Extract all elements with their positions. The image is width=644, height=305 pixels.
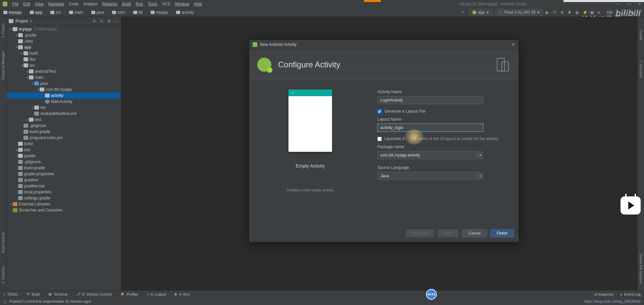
package-name-input[interactable] xyxy=(377,151,483,159)
chevron-down-icon[interactable]: ▾ xyxy=(477,172,483,180)
tree-row[interactable]: libs xyxy=(7,56,121,62)
layout-name-input[interactable] xyxy=(377,124,483,132)
tree-row[interactable]: build.gradle xyxy=(7,129,121,135)
expand-arrow-icon[interactable]: ▸ xyxy=(31,106,34,109)
tree-row[interactable]: gradle.properties xyxy=(7,171,121,177)
expand-arrow-icon[interactable]: ▸ xyxy=(15,34,18,37)
expand-arrow-icon[interactable]: ▸ xyxy=(15,154,18,158)
left-tab-build-variants[interactable]: Build Variants xyxy=(1,232,5,253)
project-title[interactable]: Project xyxy=(15,19,28,23)
tree-row[interactable]: .idea xyxy=(7,38,121,44)
event-log-tab[interactable]: ●Event Log xyxy=(620,292,641,296)
terminal-tab[interactable]: ▣Terminal xyxy=(48,292,67,296)
run-tab[interactable]: ▶4: Run xyxy=(175,292,190,296)
tree-row[interactable]: .gitignore xyxy=(7,123,121,129)
layout-inspector-tab[interactable]: ut Inspector xyxy=(594,292,613,296)
tree-row[interactable]: ▾main xyxy=(7,74,121,80)
expand-arrow-icon[interactable]: ▾ xyxy=(9,27,13,31)
menu-view[interactable]: View xyxy=(35,2,44,6)
menu-tools[interactable]: Tools xyxy=(148,2,157,6)
source-language-combo[interactable]: ▾ xyxy=(377,172,483,180)
close-icon[interactable]: ✕ xyxy=(511,42,515,47)
expand-arrow-icon[interactable]: ▸ xyxy=(25,118,29,121)
tree-row[interactable]: settings.gradle xyxy=(7,195,121,201)
right-tab-gradle[interactable]: Gradle xyxy=(639,30,643,40)
right-tab-device-file-explorer[interactable]: Device File Explorer xyxy=(639,254,643,284)
left-tab-resource-manager[interactable]: Resource Manager xyxy=(1,51,5,79)
coverage-icon[interactable]: ◉ xyxy=(575,10,580,15)
crumb[interactable]: main xyxy=(67,10,85,15)
crumb[interactable]: java xyxy=(89,10,106,15)
crumb[interactable]: myapp xyxy=(1,10,24,15)
maximize-icon[interactable]: ▭ xyxy=(627,2,631,6)
run-icon[interactable]: ▶ xyxy=(546,10,550,15)
device-selector[interactable]: ▢ Pixel 3 XL API 29 ▾ xyxy=(495,9,543,16)
expand-arrow-icon[interactable]: ▸ xyxy=(20,52,23,55)
next-button[interactable]: Next xyxy=(437,229,459,237)
tree-row[interactable]: ▸doc xyxy=(7,147,121,153)
minimize-icon[interactable]: ― xyxy=(615,2,620,6)
tree-row[interactable]: activity xyxy=(7,93,121,99)
expand-arrow-icon[interactable]: ▾ xyxy=(25,76,29,79)
profiler-tab[interactable]: ⚡Profiler xyxy=(120,292,138,296)
tree-row[interactable]: ▾src xyxy=(7,62,121,68)
menu-code[interactable]: Code xyxy=(69,2,78,6)
launcher-checkbox[interactable] xyxy=(377,137,382,141)
crumb[interactable]: ttit xyxy=(131,10,145,15)
close-icon[interactable]: ✕ xyxy=(638,2,641,6)
expand-arrow-icon[interactable]: ▾ xyxy=(36,88,40,91)
tree-row[interactable]: ▸.gradle xyxy=(7,32,121,38)
expand-arrow-icon[interactable]: ▾ xyxy=(20,64,23,67)
tree-row[interactable]: Scratches and Consoles xyxy=(7,207,121,213)
tree-row[interactable]: build.gradle xyxy=(7,165,121,171)
target-icon[interactable]: ⊕ xyxy=(93,19,96,23)
todo-tab[interactable]: ≡TODO xyxy=(3,292,18,296)
activity-name-input[interactable] xyxy=(377,96,483,104)
tree-row[interactable]: ▾myappE:\ttit\myapp xyxy=(7,26,121,32)
tree-row[interactable]: ▸res xyxy=(7,105,121,111)
tree-row[interactable]: ▸test xyxy=(7,117,121,123)
bug-icon[interactable]: ✱ xyxy=(568,10,573,15)
vcs-tab[interactable]: ⎇9: Version Control xyxy=(76,292,111,296)
expand-arrow-icon[interactable]: ▸ xyxy=(15,148,18,151)
menu-refactor[interactable]: Refactor xyxy=(102,2,117,6)
tree-row[interactable]: AndroidManifest.xml xyxy=(7,111,121,117)
package-name-combo[interactable]: ▾ xyxy=(377,151,483,159)
tree-row[interactable]: MainActivity xyxy=(7,99,121,105)
left-tab-favorites[interactable]: 2: Favorites xyxy=(1,266,5,284)
crumb[interactable]: app xyxy=(28,10,44,15)
tree-row[interactable]: local.properties xyxy=(7,189,121,195)
tree-row[interactable]: ▸androidTest xyxy=(7,68,121,74)
menu-window[interactable]: Window xyxy=(175,2,189,6)
expand-arrow-icon[interactable]: ▾ xyxy=(31,82,34,85)
cancel-button[interactable]: Cancel xyxy=(462,229,487,237)
previous-button[interactable]: Previous xyxy=(406,229,434,237)
tree-row[interactable]: ▸External Libraries xyxy=(7,201,121,207)
project-tree[interactable]: ▾myappE:\ttit\myapp▸.gradle.idea▾app▸bui… xyxy=(7,25,121,297)
crumb[interactable]: myapp xyxy=(149,10,170,15)
menu-help[interactable]: Help xyxy=(194,2,202,6)
tree-row[interactable]: build xyxy=(7,141,121,147)
apply-changes-icon[interactable]: ⟳ xyxy=(553,10,558,15)
expand-arrow-icon[interactable]: ▸ xyxy=(9,202,13,206)
logcat-tab[interactable]: ≡6: Logcat xyxy=(147,292,166,296)
menu-vcs[interactable]: VCS xyxy=(162,2,170,6)
finish-button[interactable]: Finish xyxy=(490,229,514,237)
tree-row[interactable]: ▾app xyxy=(7,44,121,50)
gear-icon[interactable]: ✿ xyxy=(107,19,111,23)
tree-row[interactable]: proguard-rules.pro xyxy=(7,135,121,141)
crumb[interactable]: src xyxy=(48,10,63,15)
menu-run[interactable]: Run xyxy=(136,2,143,6)
chevron-down-icon[interactable]: ▾ xyxy=(30,19,32,23)
tree-row[interactable]: gradlew xyxy=(7,177,121,183)
tree-row[interactable]: ▾com.ttit.myapp xyxy=(7,86,121,93)
generate-layout-row[interactable]: Generate a Layout File xyxy=(377,109,511,114)
left-tab-project[interactable]: 1: Project xyxy=(1,23,5,38)
run-config-selector[interactable]: app ▾ xyxy=(469,9,492,16)
right-tab-structure[interactable]: 7: Structure xyxy=(639,60,643,78)
crumb[interactable]: com xyxy=(110,10,127,15)
build-tab[interactable]: ⚒Build xyxy=(26,292,40,296)
launcher-row[interactable]: Launcher A The name of the UI layout to … xyxy=(377,136,511,141)
debug-icon[interactable]: ≣ xyxy=(560,10,565,15)
source-language-input[interactable] xyxy=(377,172,483,180)
